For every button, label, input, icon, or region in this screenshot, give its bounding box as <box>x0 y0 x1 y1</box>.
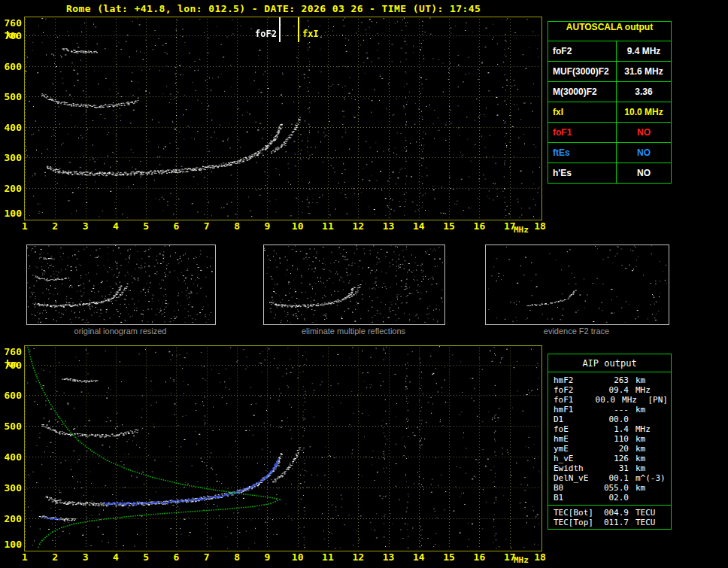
aip-unit: TECU <box>635 518 667 527</box>
x-tick-label: 2 <box>47 552 62 562</box>
aip-name: hmF2 <box>554 375 600 385</box>
x-tick-label: 1 <box>17 221 32 231</box>
aip-tec-section: TEC[Bot]004.9TECUTEC[Top]011.7TECU <box>548 505 671 529</box>
autoscala-param-value: NO <box>617 143 671 163</box>
aip-val: 110 <box>600 434 629 444</box>
aip-extra <box>667 518 668 527</box>
aip-name: h_vE <box>554 454 600 463</box>
aip-name: TEC[Top] <box>554 518 600 527</box>
autoscala-param-name: ftEs <box>548 143 617 163</box>
aip-name: TEC[Bot] <box>554 508 600 518</box>
autoscala-row: foF29.4 MHz <box>548 41 671 62</box>
aip-table-body: hmF2263kmfoF209.4MHzfoF100.0MHz[PN]hmF1-… <box>548 372 671 505</box>
x-tick-label: 3 <box>78 221 93 231</box>
x-tick-label: 16 <box>472 221 487 231</box>
autoscala-output-table: AUTOSCALA output foF29.4 MHzMUF(3000)F23… <box>548 21 672 184</box>
aip-extra <box>667 473 668 483</box>
autoscala-row: fxI10.0 MHz <box>548 102 671 123</box>
aip-extra <box>667 444 668 454</box>
aip-extra: [PN] <box>648 395 668 405</box>
thumb-caption-original: original ionogram resized <box>26 327 214 336</box>
aip-row: B102.0 <box>548 493 671 503</box>
aip-val: 00.0 <box>592 395 615 405</box>
y-tick-label: 760 <box>2 18 22 28</box>
aip-val: 126 <box>600 454 629 463</box>
x-tick-label: 6 <box>168 221 184 231</box>
aip-unit: km <box>635 444 667 454</box>
aip-name: Ewidth <box>554 463 600 473</box>
fof2-marker-label: foF2 <box>248 29 277 39</box>
x-tick-label: 5 <box>138 221 153 231</box>
ionogram-canvas-top <box>25 17 540 218</box>
aip-name: B0 <box>554 483 600 493</box>
aip-table-title: AIP output <box>548 354 671 372</box>
aip-unit: TECU <box>635 508 667 518</box>
x-tick-label: 13 <box>381 221 396 231</box>
aip-val: 1.4 <box>600 424 629 434</box>
thumb-caption-evidence: evidence F2 trace <box>485 327 668 336</box>
x-tick-label: 8 <box>229 221 244 231</box>
thumb-original-ionogram <box>26 245 216 325</box>
thumb-caption-eliminate: eliminate multiple reflections <box>263 327 444 336</box>
aip-extra <box>667 405 668 415</box>
aip-row: ymE20km <box>548 444 671 454</box>
autoscala-param-name: foF2 <box>548 41 617 61</box>
aip-row: foF100.0MHz[PN] <box>548 395 671 405</box>
aip-val: 004.9 <box>600 508 629 518</box>
y-tick-label: 700 <box>2 360 22 370</box>
autoscala-param-name: MUF(3000)F2 <box>548 62 617 81</box>
aip-unit: MHz <box>622 395 648 405</box>
x-tick-label: 16 <box>472 552 487 562</box>
ionogram-plot-top <box>24 17 542 220</box>
aip-name: foF1 <box>554 395 592 405</box>
x-tick-label: 10 <box>290 552 305 562</box>
aip-unit: MHz <box>635 424 667 434</box>
autoscala-window: Rome (lat: +41.8, lon: 012.5) - DATE: 20… <box>0 0 728 568</box>
x-tick-label: 15 <box>441 552 457 562</box>
aip-unit: km <box>635 434 667 444</box>
aip-name: D1 <box>554 415 600 424</box>
x-tick-label: 11 <box>320 221 335 231</box>
y-tick-label: 400 <box>2 123 22 132</box>
aip-extra <box>667 463 668 473</box>
aip-output-table: AIP output hmF2263kmfoF209.4MHzfoF100.0M… <box>548 354 672 530</box>
y-tick-label: 100 <box>2 208 22 218</box>
autoscala-table-title: AUTOSCALA output <box>548 22 671 41</box>
aip-extra <box>667 375 668 385</box>
aip-name: hmE <box>554 434 600 444</box>
x-tick-label: 4 <box>108 552 123 562</box>
aip-name: DelN_vE <box>554 473 600 483</box>
autoscala-param-value: NO <box>617 163 671 183</box>
y-tick-label: 500 <box>2 92 22 102</box>
autoscala-param-value: 10.0 MHz <box>617 102 671 122</box>
aip-extra <box>667 483 668 493</box>
x-tick-label: 7 <box>199 221 214 231</box>
autoscala-row: M(3000)F23.36 <box>548 82 671 102</box>
aip-extra <box>667 415 668 424</box>
x-tick-label: 13 <box>381 552 396 562</box>
fxi-marker-label: fxI <box>302 29 319 39</box>
aip-val: 09.4 <box>600 385 629 395</box>
x-tick-label: 9 <box>259 552 275 562</box>
autoscala-param-name: fxI <box>548 102 617 122</box>
x-tick-label: 5 <box>138 552 153 562</box>
aip-val: 00.1 <box>600 473 629 483</box>
x-tick-label: 10 <box>290 221 305 231</box>
autoscala-param-value: 31.6 MHz <box>617 62 671 81</box>
autoscala-param-name: h'Es <box>548 163 617 183</box>
thumb-eliminate-reflections <box>263 245 445 325</box>
aip-name: ymE <box>554 444 600 454</box>
aip-val: 02.0 <box>600 493 629 503</box>
x-tick-label: 12 <box>350 221 366 231</box>
aip-unit: km <box>635 454 667 463</box>
autoscala-param-value: 9.4 MHz <box>617 41 671 61</box>
x-tick-label: 18 <box>532 221 548 231</box>
ionogram-canvas-bottom <box>25 346 540 549</box>
aip-name: foE <box>554 424 600 434</box>
y-tick-label: 300 <box>2 153 22 163</box>
aip-unit <box>635 493 667 503</box>
aip-unit: km <box>635 375 667 385</box>
x-tick-label: 18 <box>532 552 548 562</box>
aip-name: B1 <box>554 493 600 503</box>
aip-row: hmF1---km <box>548 405 671 415</box>
